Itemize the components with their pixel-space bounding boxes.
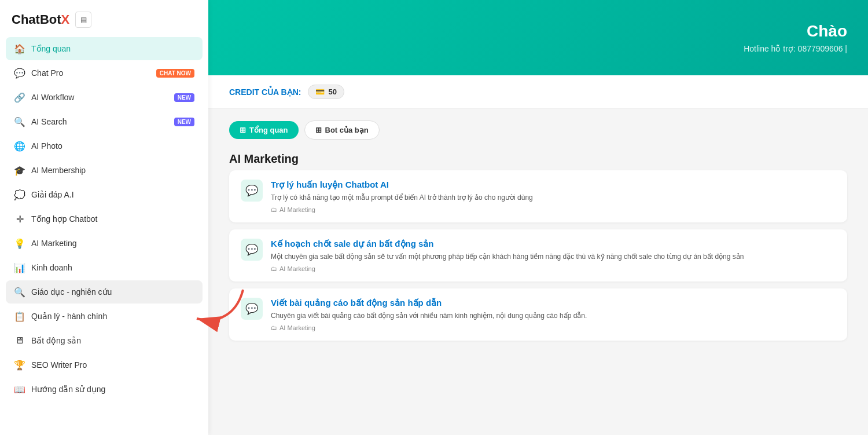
card-tag: 🗂 AI Marketing <box>271 206 836 213</box>
sidebar-item-label: Hướng dẫn sử dụng <box>31 385 105 394</box>
card-tag-2: 🗂 AI Marketing <box>271 265 836 272</box>
chatnow-badge: CHAT NOW <box>156 69 194 78</box>
chat-icon: 💬 <box>14 67 25 79</box>
tag-label: AI Marketing <box>279 206 315 213</box>
sidebar-item-label: AI Membership <box>31 166 86 175</box>
card-icon-3: 💬 <box>241 298 263 320</box>
credit-section: CREDIT CỦA BẠN: 💳 50 <box>208 75 868 109</box>
sidebar-item-kinh-doanh[interactable]: 📊 Kinh doanh <box>6 256 203 279</box>
qa-icon: 💭 <box>14 189 25 200</box>
sidebar-navigation: 🏠 Tổng quan 💬 Chat Pro CHAT NOW 🔗 AI Wor… <box>0 37 208 401</box>
education-icon: 🔍 <box>14 286 25 298</box>
brand-logo: ChatBotX <box>12 12 69 27</box>
collapse-button[interactable]: ▤ <box>75 12 91 28</box>
sidebar-item-label: Quản lý - hành chính <box>31 312 107 321</box>
card-tag-3: 🗂 AI Marketing <box>271 324 836 331</box>
tab-bot-cua-ban[interactable]: ⊞ Bot của bạn <box>304 120 380 140</box>
sidebar-item-label: Tổng quan <box>31 44 71 53</box>
sidebar-item-label: AI Photo <box>31 141 62 151</box>
credit-label: CREDIT CỦA BẠN: <box>229 87 301 97</box>
card-list: 💬 Trợ lý huấn luyện Chatbot AI Trợ lý có… <box>208 170 868 341</box>
credit-badge: 💳 50 <box>308 85 344 99</box>
membership-icon: 🎓 <box>14 165 25 176</box>
card-content-2: Kế hoạch chốt sale dự án bất động sản Mộ… <box>271 239 836 272</box>
sidebar-item-ai-search[interactable]: 🔍 AI Search NEW <box>6 110 203 133</box>
banner-hotline: Hotline hỗ trợ: 0877909606 | <box>744 44 847 53</box>
sidebar-item-label: AI Workflow <box>31 93 74 102</box>
credit-value: 50 <box>328 87 336 96</box>
tab-tong-quan[interactable]: ⊞ Tổng quan <box>229 121 299 139</box>
photo-icon: 🌐 <box>14 140 25 152</box>
section-title: AI Marketing <box>208 145 868 170</box>
tab-label: Tổng quan <box>249 126 288 134</box>
sidebar-header: ChatBotX ▤ <box>0 0 208 37</box>
card-title[interactable]: Trợ lý huấn luyện Chatbot AI <box>271 180 836 190</box>
tag-label-3: AI Marketing <box>279 324 315 331</box>
card-content: Trợ lý huấn luyện Chatbot AI Trợ lý có k… <box>271 180 836 213</box>
home-icon: 🏠 <box>14 43 25 54</box>
sidebar-item-huong-dan[interactable]: 📖 Hướng dẫn sử dụng <box>6 378 203 401</box>
new-badge-2: NEW <box>174 118 194 126</box>
seo-icon: 🏆 <box>14 359 25 371</box>
sidebar-item-ai-marketing[interactable]: 💡 AI Marketing <box>6 232 203 255</box>
card-icon: 💬 <box>241 180 263 202</box>
card-item[interactable]: 💬 Kế hoạch chốt sale dự án bất động sản … <box>229 229 847 282</box>
sidebar-item-label: Giải đáp A.I <box>31 190 74 199</box>
tag-icon-2: 🗂 <box>271 265 277 272</box>
sidebar-item-tong-quan[interactable]: 🏠 Tổng quan <box>6 37 203 60</box>
main-content: Chào Hotline hỗ trợ: 0877909606 | CREDIT… <box>208 0 868 435</box>
business-icon: 📊 <box>14 262 25 273</box>
new-badge: NEW <box>174 93 194 102</box>
sidebar-item-label: SEO Writer Pro <box>31 360 87 370</box>
sidebar-item-label: Bất động sản <box>31 336 81 345</box>
sidebar-item-label: AI Search <box>31 117 67 126</box>
tag-icon: 🗂 <box>271 206 277 213</box>
sidebar-item-label: Giáo dục - nghiên cứu <box>31 287 112 297</box>
tag-label-2: AI Marketing <box>279 265 315 272</box>
plus-icon: ✛ <box>14 213 25 225</box>
card-item[interactable]: 💬 Trợ lý huấn luyện Chatbot AI Trợ lý có… <box>229 170 847 222</box>
tab-section: ⊞ Tổng quan ⊞ Bot của bạn <box>208 109 868 145</box>
credit-icon: 💳 <box>315 87 325 96</box>
sidebar-item-tong-hop[interactable]: ✛ Tổng hợp Chatbot <box>6 207 203 231</box>
card-description-3: Chuyên gia viết bài quảng cáo bất động s… <box>271 310 836 321</box>
sidebar-item-label: AI Marketing <box>31 239 77 248</box>
banner-greeting: Chào <box>807 22 847 41</box>
search-icon: 🔍 <box>14 116 25 127</box>
realestate-icon: 🖥 <box>14 335 25 346</box>
tab-icon-2: ⊞ <box>315 126 322 134</box>
sidebar-item-seo-writer[interactable]: 🏆 SEO Writer Pro <box>6 353 203 376</box>
card-description: Trợ lý có khả năng tạo một mẫu prompt để… <box>271 192 836 203</box>
sidebar-item-giao-duc[interactable]: 🔍 Giáo dục - nghiên cứu <box>6 280 203 304</box>
sidebar-item-bat-dong-san[interactable]: 🖥 Bất động sản <box>6 329 203 352</box>
card-description-2: Một chuyên gia sale bất động sản sẽ tư v… <box>271 251 836 262</box>
banner: Chào Hotline hỗ trợ: 0877909606 | <box>208 0 868 75</box>
tag-icon-3: 🗂 <box>271 324 277 331</box>
card-icon-2: 💬 <box>241 239 263 261</box>
collapse-icon: ▤ <box>80 16 87 24</box>
sidebar: ChatBotX ▤ 🏠 Tổng quan 💬 Chat Pro CHAT N… <box>0 0 208 435</box>
card-item[interactable]: 💬 Viết bài quảng cáo bất động sản hấp dẫ… <box>229 288 847 341</box>
sidebar-item-giai-dap[interactable]: 💭 Giải đáp A.I <box>6 183 203 206</box>
card-content-3: Viết bài quảng cáo bất động sản hấp dẫn … <box>271 298 836 331</box>
tab-label-2: Bot của bạn <box>325 126 369 134</box>
card-title-3[interactable]: Viết bài quảng cáo bất động sản hấp dẫn <box>271 298 836 308</box>
sidebar-item-label: Tổng hợp Chatbot <box>31 214 98 224</box>
sidebar-item-ai-workflow[interactable]: 🔗 AI Workflow NEW <box>6 86 203 109</box>
sidebar-item-ai-membership[interactable]: 🎓 AI Membership <box>6 159 203 182</box>
workflow-icon: 🔗 <box>14 92 25 103</box>
sidebar-item-chat-pro[interactable]: 💬 Chat Pro CHAT NOW <box>6 61 203 85</box>
guide-icon: 📖 <box>14 383 25 395</box>
tab-icon: ⊞ <box>240 126 246 134</box>
sidebar-item-label: Chat Pro <box>31 68 63 78</box>
sidebar-item-label: Kinh doanh <box>31 263 72 272</box>
marketing-icon: 💡 <box>14 237 25 249</box>
card-title-2[interactable]: Kế hoạch chốt sale dự án bất động sản <box>271 239 836 249</box>
sidebar-item-ai-photo[interactable]: 🌐 AI Photo <box>6 134 203 158</box>
management-icon: 📋 <box>14 310 25 322</box>
sidebar-item-quan-ly[interactable]: 📋 Quản lý - hành chính <box>6 305 203 328</box>
